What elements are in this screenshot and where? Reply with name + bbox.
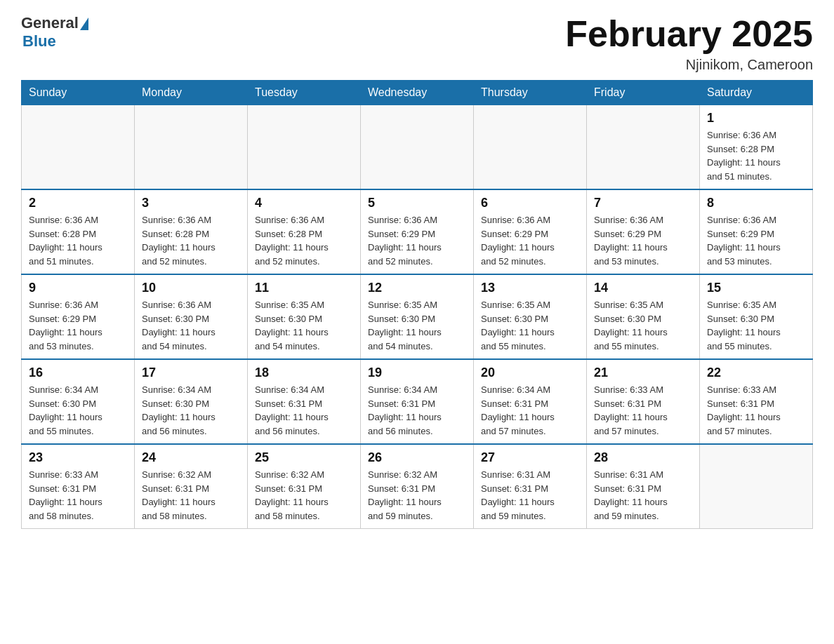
calendar-cell: 18Sunrise: 6:34 AM Sunset: 6:31 PM Dayli… <box>248 359 361 444</box>
calendar-cell <box>361 105 474 190</box>
calendar-cell: 3Sunrise: 6:36 AM Sunset: 6:28 PM Daylig… <box>135 189 248 274</box>
day-info: Sunrise: 6:32 AM Sunset: 6:31 PM Dayligh… <box>142 468 240 523</box>
day-info: Sunrise: 6:36 AM Sunset: 6:29 PM Dayligh… <box>368 213 466 268</box>
day-number: 11 <box>255 281 353 295</box>
day-number: 4 <box>255 196 353 210</box>
day-number: 6 <box>481 196 579 210</box>
calendar-cell: 22Sunrise: 6:33 AM Sunset: 6:31 PM Dayli… <box>700 359 813 444</box>
day-info: Sunrise: 6:36 AM Sunset: 6:28 PM Dayligh… <box>142 213 240 268</box>
calendar-cell: 4Sunrise: 6:36 AM Sunset: 6:28 PM Daylig… <box>248 189 361 274</box>
calendar-week-row: 16Sunrise: 6:34 AM Sunset: 6:30 PM Dayli… <box>22 359 813 444</box>
title-area: February 2025 Njinikom, Cameroon <box>565 14 813 73</box>
day-info: Sunrise: 6:31 AM Sunset: 6:31 PM Dayligh… <box>594 468 692 523</box>
calendar-table: SundayMondayTuesdayWednesdayThursdayFrid… <box>21 80 813 529</box>
calendar-cell: 6Sunrise: 6:36 AM Sunset: 6:29 PM Daylig… <box>474 189 587 274</box>
day-number: 23 <box>29 450 127 465</box>
day-info: Sunrise: 6:34 AM Sunset: 6:30 PM Dayligh… <box>142 383 240 438</box>
day-info: Sunrise: 6:35 AM Sunset: 6:30 PM Dayligh… <box>707 298 805 353</box>
day-number: 17 <box>142 365 240 380</box>
calendar-cell: 7Sunrise: 6:36 AM Sunset: 6:29 PM Daylig… <box>587 189 700 274</box>
day-info: Sunrise: 6:36 AM Sunset: 6:30 PM Dayligh… <box>142 298 240 353</box>
calendar-week-row: 9Sunrise: 6:36 AM Sunset: 6:29 PM Daylig… <box>22 274 813 359</box>
day-number: 28 <box>594 450 692 465</box>
day-number: 26 <box>368 450 466 465</box>
day-info: Sunrise: 6:35 AM Sunset: 6:30 PM Dayligh… <box>368 298 466 353</box>
day-info: Sunrise: 6:31 AM Sunset: 6:31 PM Dayligh… <box>481 468 579 523</box>
day-number: 19 <box>368 365 466 380</box>
calendar-cell: 21Sunrise: 6:33 AM Sunset: 6:31 PM Dayli… <box>587 359 700 444</box>
weekday-header-thursday: Thursday <box>474 81 587 105</box>
calendar-cell: 9Sunrise: 6:36 AM Sunset: 6:29 PM Daylig… <box>22 274 135 359</box>
calendar-cell: 13Sunrise: 6:35 AM Sunset: 6:30 PM Dayli… <box>474 274 587 359</box>
day-info: Sunrise: 6:36 AM Sunset: 6:28 PM Dayligh… <box>29 213 127 268</box>
calendar-cell: 25Sunrise: 6:32 AM Sunset: 6:31 PM Dayli… <box>248 444 361 529</box>
day-info: Sunrise: 6:34 AM Sunset: 6:31 PM Dayligh… <box>368 383 466 438</box>
calendar-cell <box>587 105 700 190</box>
day-info: Sunrise: 6:34 AM Sunset: 6:31 PM Dayligh… <box>481 383 579 438</box>
calendar-cell <box>248 105 361 190</box>
day-number: 10 <box>142 281 240 295</box>
weekday-header-tuesday: Tuesday <box>248 81 361 105</box>
calendar-cell: 28Sunrise: 6:31 AM Sunset: 6:31 PM Dayli… <box>587 444 700 529</box>
day-number: 7 <box>594 196 692 210</box>
calendar-cell: 16Sunrise: 6:34 AM Sunset: 6:30 PM Dayli… <box>22 359 135 444</box>
day-info: Sunrise: 6:35 AM Sunset: 6:30 PM Dayligh… <box>594 298 692 353</box>
day-number: 21 <box>594 365 692 380</box>
day-number: 3 <box>142 196 240 210</box>
day-number: 9 <box>29 281 127 295</box>
calendar-cell: 19Sunrise: 6:34 AM Sunset: 6:31 PM Dayli… <box>361 359 474 444</box>
day-info: Sunrise: 6:36 AM Sunset: 6:28 PM Dayligh… <box>707 128 805 183</box>
weekday-header-sunday: Sunday <box>22 81 135 105</box>
calendar-cell: 5Sunrise: 6:36 AM Sunset: 6:29 PM Daylig… <box>361 189 474 274</box>
day-info: Sunrise: 6:36 AM Sunset: 6:29 PM Dayligh… <box>594 213 692 268</box>
day-number: 16 <box>29 365 127 380</box>
weekday-header-saturday: Saturday <box>700 81 813 105</box>
calendar-cell: 11Sunrise: 6:35 AM Sunset: 6:30 PM Dayli… <box>248 274 361 359</box>
calendar-cell: 2Sunrise: 6:36 AM Sunset: 6:28 PM Daylig… <box>22 189 135 274</box>
day-info: Sunrise: 6:36 AM Sunset: 6:29 PM Dayligh… <box>29 298 127 353</box>
calendar-cell <box>135 105 248 190</box>
weekday-header-wednesday: Wednesday <box>361 81 474 105</box>
calendar-week-row: 23Sunrise: 6:33 AM Sunset: 6:31 PM Dayli… <box>22 444 813 529</box>
calendar-header-row: SundayMondayTuesdayWednesdayThursdayFrid… <box>22 81 813 105</box>
logo-blue-text: Blue <box>22 32 56 51</box>
calendar-cell: 20Sunrise: 6:34 AM Sunset: 6:31 PM Dayli… <box>474 359 587 444</box>
day-info: Sunrise: 6:33 AM Sunset: 6:31 PM Dayligh… <box>707 383 805 438</box>
calendar-cell: 23Sunrise: 6:33 AM Sunset: 6:31 PM Dayli… <box>22 444 135 529</box>
day-number: 12 <box>368 281 466 295</box>
day-info: Sunrise: 6:32 AM Sunset: 6:31 PM Dayligh… <box>368 468 466 523</box>
weekday-header-friday: Friday <box>587 81 700 105</box>
calendar-cell <box>474 105 587 190</box>
day-info: Sunrise: 6:36 AM Sunset: 6:28 PM Dayligh… <box>255 213 353 268</box>
location-label: Njinikom, Cameroon <box>565 57 813 73</box>
page-header: General Blue February 2025 Njinikom, Cam… <box>21 14 813 73</box>
day-info: Sunrise: 6:36 AM Sunset: 6:29 PM Dayligh… <box>707 213 805 268</box>
day-number: 8 <box>707 196 805 210</box>
calendar-cell: 17Sunrise: 6:34 AM Sunset: 6:30 PM Dayli… <box>135 359 248 444</box>
calendar-cell: 10Sunrise: 6:36 AM Sunset: 6:30 PM Dayli… <box>135 274 248 359</box>
day-number: 18 <box>255 365 353 380</box>
day-number: 14 <box>594 281 692 295</box>
day-info: Sunrise: 6:33 AM Sunset: 6:31 PM Dayligh… <box>594 383 692 438</box>
calendar-cell: 15Sunrise: 6:35 AM Sunset: 6:30 PM Dayli… <box>700 274 813 359</box>
logo-general-text: General <box>21 14 79 32</box>
month-title: February 2025 <box>565 14 813 54</box>
calendar-cell <box>22 105 135 190</box>
calendar-cell: 8Sunrise: 6:36 AM Sunset: 6:29 PM Daylig… <box>700 189 813 274</box>
day-number: 27 <box>481 450 579 465</box>
calendar-cell: 26Sunrise: 6:32 AM Sunset: 6:31 PM Dayli… <box>361 444 474 529</box>
calendar-week-row: 2Sunrise: 6:36 AM Sunset: 6:28 PM Daylig… <box>22 189 813 274</box>
logo-triangle-icon <box>80 18 88 30</box>
day-number: 15 <box>707 281 805 295</box>
logo: General Blue <box>21 14 88 51</box>
day-info: Sunrise: 6:36 AM Sunset: 6:29 PM Dayligh… <box>481 213 579 268</box>
day-number: 24 <box>142 450 240 465</box>
day-number: 5 <box>368 196 466 210</box>
weekday-header-monday: Monday <box>135 81 248 105</box>
day-info: Sunrise: 6:35 AM Sunset: 6:30 PM Dayligh… <box>255 298 353 353</box>
day-info: Sunrise: 6:34 AM Sunset: 6:31 PM Dayligh… <box>255 383 353 438</box>
day-number: 2 <box>29 196 127 210</box>
calendar-cell: 12Sunrise: 6:35 AM Sunset: 6:30 PM Dayli… <box>361 274 474 359</box>
calendar-cell: 24Sunrise: 6:32 AM Sunset: 6:31 PM Dayli… <box>135 444 248 529</box>
day-number: 1 <box>707 111 805 126</box>
